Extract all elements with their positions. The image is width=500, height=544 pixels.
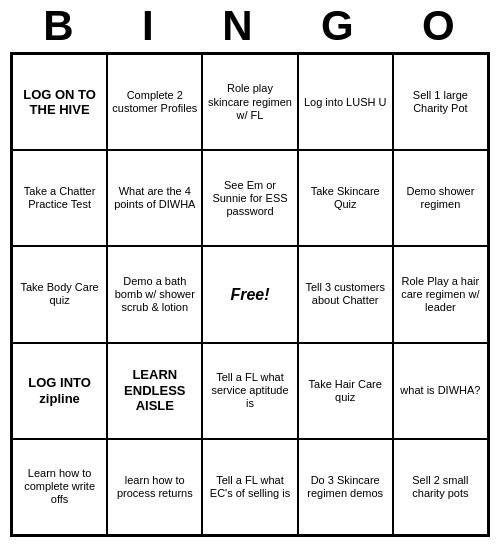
header-o: O	[422, 2, 457, 50]
bingo-cell-r4c4: Sell 2 small charity pots	[393, 439, 488, 535]
bingo-cell-r2c1: Demo a bath bomb w/ shower scrub & lotio…	[107, 246, 202, 342]
bingo-cell-r0c3: Log into LUSH U	[298, 54, 393, 150]
bingo-cell-r3c0: LOG INTO zipline	[12, 343, 107, 439]
bingo-cell-r0c4: Sell 1 large Charity Pot	[393, 54, 488, 150]
header-b: B	[43, 2, 75, 50]
bingo-cell-r3c4: what is DIWHA?	[393, 343, 488, 439]
bingo-cell-r4c1: learn how to process returns	[107, 439, 202, 535]
bingo-cell-r4c3: Do 3 Skincare regimen demos	[298, 439, 393, 535]
bingo-cell-r3c3: Take Hair Care quiz	[298, 343, 393, 439]
bingo-cell-r1c4: Demo shower regimen	[393, 150, 488, 246]
bingo-cell-r2c4: Role Play a hair care regimen w/ leader	[393, 246, 488, 342]
bingo-cell-r0c0: LOG ON TO THE HIVE	[12, 54, 107, 150]
bingo-cell-r0c1: Complete 2 customer Profiles	[107, 54, 202, 150]
bingo-cell-r4c0: Learn how to complete write offs	[12, 439, 107, 535]
header-i: I	[142, 2, 156, 50]
header-n: N	[222, 2, 254, 50]
bingo-cell-r3c2: Tell a FL what service aptitude is	[202, 343, 297, 439]
bingo-cell-r4c2: Tell a FL what EC's of selling is	[202, 439, 297, 535]
bingo-cell-r2c3: Tell 3 customers about Chatter	[298, 246, 393, 342]
bingo-grid: LOG ON TO THE HIVEComplete 2 customer Pr…	[10, 52, 490, 537]
bingo-cell-r1c3: Take Skincare Quiz	[298, 150, 393, 246]
bingo-cell-r3c1: LEARN ENDLESS AISLE	[107, 343, 202, 439]
header-g: G	[321, 2, 356, 50]
bingo-cell-r0c2: Role play skincare regimen w/ FL	[202, 54, 297, 150]
bingo-cell-r2c2: Free!	[202, 246, 297, 342]
bingo-cell-r1c2: See Em or Sunnie for ESS password	[202, 150, 297, 246]
bingo-cell-r1c1: What are the 4 points of DIWHA	[107, 150, 202, 246]
bingo-header: B I N G O	[10, 0, 490, 52]
bingo-cell-r1c0: Take a Chatter Practice Test	[12, 150, 107, 246]
bingo-cell-r2c0: Take Body Care quiz	[12, 246, 107, 342]
